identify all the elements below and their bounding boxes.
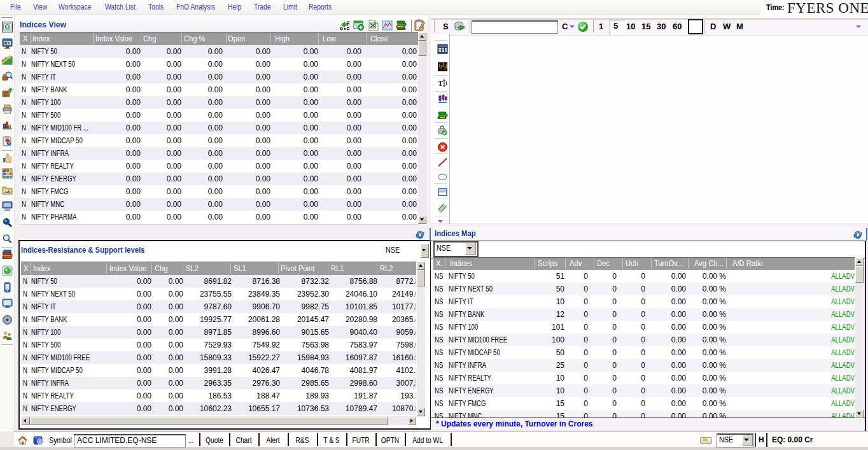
svg-text:T: T: [438, 79, 443, 88]
